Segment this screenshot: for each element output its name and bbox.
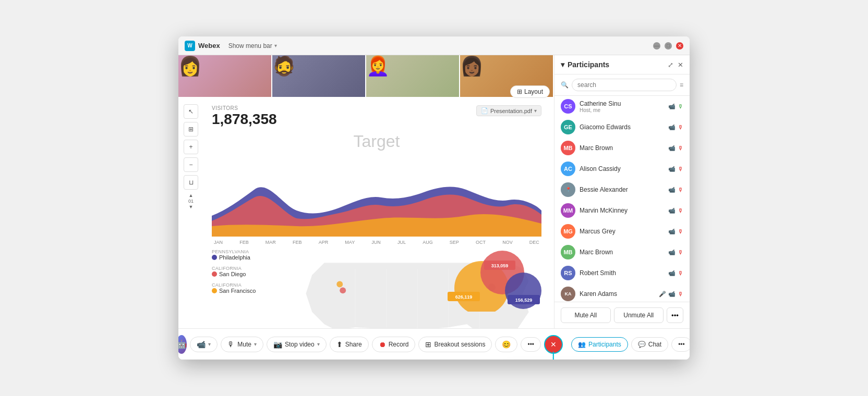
participant-name: Bessie Alexander [580,186,664,193]
mute-button[interactable]: 🎙 Mute ▾ [221,337,263,352]
search-input[interactable] [572,79,677,91]
panel-footer: Mute All Unmute All ••• [554,302,690,328]
video-layout-button[interactable]: 📹 ▾ [190,337,218,352]
participants-tab-button[interactable]: 👥 Participants [571,337,628,352]
pdf-chevron-icon: ▾ [534,108,537,114]
chart-header: VISITORS 1,878,358 📄 Presentation.pdf ▾ [212,105,541,128]
stop-video-button[interactable]: 📷 Stop video ▾ [267,337,327,352]
mic-icon: 🎙 [678,103,683,109]
unmute-all-button[interactable]: Unmute All [614,307,664,323]
participant-controls: 📹 🎙 [668,145,683,152]
panel-header-icons: ⤢ ✕ [668,61,683,69]
video-thumb-3[interactable]: 👩‍🦰 [366,55,460,97]
participant-info: Robert Smith [580,269,664,277]
app-title: Webex [198,42,220,49]
layout-button[interactable]: ⊞ Layout [510,85,550,98]
participants-list: CS Catherine Sinu Host, me 📹 🎙 GE Giacom… [554,96,690,302]
participant-name: Marcus Grey [580,228,664,235]
show-menu-bar-button[interactable]: Show menu bar ▾ [228,42,277,49]
video-thumb-2[interactable]: 🧔 [272,55,366,97]
participant-info: Karen Adams [580,290,655,298]
legend-california-1: CALIFORNIA San Diego [212,266,285,277]
avatar: CS [561,99,575,114]
muted-icon: 🎙 [678,187,683,193]
participant-item: KA Karen Adams 🎤 📹 🎙 [554,283,690,302]
participant-controls: 📹 🎙 [668,249,683,256]
video-icon: 📹 [668,103,676,110]
avatar: MB [561,141,575,155]
maximize-button[interactable]: □ [665,42,672,49]
pointer-tool[interactable]: ↖ [184,104,198,119]
share-label: Share [345,341,362,348]
dot-san-francisco [212,288,217,293]
chat-label: Chat [648,341,661,348]
more-options-button[interactable]: ••• [667,307,683,323]
video-icon: 📹 [668,270,676,277]
leave-button-wrapper: ✕ Leave meeting [544,335,563,354]
participant-item: MM Marvin McKinney 📹 🎙 [554,200,690,221]
participant-name: Marc Brown [580,144,664,152]
participant-item: AC Alison Cassidy 📹 🎙 [554,158,690,179]
video-thumb-1[interactable]: 👩 [178,55,272,97]
pdf-badge[interactable]: 📄 Presentation.pdf ▾ [476,105,541,116]
participant-item: CS Catherine Sinu Host, me 📹 🎙 [554,96,690,117]
participant-controls: 📹 🎙 [668,228,683,235]
menu-chevron-icon: ▾ [274,43,277,48]
participant-name: Marvin McKinney [580,207,664,214]
grid-tool[interactable]: ⊞ [184,122,198,137]
ai-assistant-button[interactable]: 🤖 [178,335,187,354]
legend-pennsylvania: PENNSYLVANIA Philadelphia [212,249,285,261]
more-tabs-icon: ••• [678,341,685,348]
minimize-button[interactable]: — [653,42,660,49]
video-icon: 📹 [668,291,676,298]
participant-item: MG Marcus Grey 📹 🎙 [554,221,690,242]
close-button[interactable]: ✕ [676,42,683,49]
video-icon: 📹 [668,249,676,256]
chat-icon: 💬 [638,341,646,348]
share-button[interactable]: ⬆ Share [330,337,369,352]
emoji-button[interactable]: 😊 [495,337,517,352]
search-bar: 🔍 ≡ [554,75,690,96]
more-tabs-button[interactable]: ••• [671,337,690,352]
participant-name: Marc Brown [580,249,664,256]
stop-video-icon: 📷 [273,340,282,349]
participant-name: Alison Cassidy [580,165,664,172]
participant-info: Marc Brown [580,249,664,256]
mute-all-button[interactable]: Mute All [561,307,611,323]
participant-info: Alison Cassidy [580,165,664,172]
stop-video-label: Stop video [285,341,315,348]
zoom-out-tool[interactable]: − [184,157,198,172]
record-button[interactable]: ⏺ Record [372,337,416,352]
expand-tool[interactable]: ⊔ [184,175,198,190]
layout-grid-icon: ⊞ [517,88,522,95]
more-options-toolbar-button[interactable]: ••• [521,337,541,352]
slide-number: ▲ 01 ▼ [188,193,194,209]
participant-name: Giacomo Edwards [580,123,664,131]
video-thumbnails-strip: 👩 🧔 👩‍🦰 👩🏾 [178,55,554,97]
popout-icon[interactable]: ⤢ [668,61,673,69]
participants-panel: ▾ Participants ⤢ ✕ 🔍 ≡ CS Catherine Sinu… [554,55,690,328]
chat-tab-button[interactable]: 💬 Chat [631,337,668,352]
muted-icon: 🎙 [678,270,683,276]
muted-icon: 🎙 [678,249,683,255]
panel-title-text: Participants [568,60,609,69]
avatar: 📍 [561,182,575,197]
participant-info: Marcus Grey [580,228,664,235]
video-icon: 📹 [668,145,676,152]
close-panel-icon[interactable]: ✕ [678,61,683,69]
participant-controls: 📹 🎙 [668,124,683,131]
zoom-in-tool[interactable]: + [184,140,198,154]
meeting-toolbar: 🤖 📹 ▾ 🎙 Mute ▾ 📷 Stop video ▾ ⬆ Share ⏺ … [178,328,690,360]
avatar: GE [561,120,575,134]
breakout-sessions-button[interactable]: ⊞ Breakout sessions [418,337,492,352]
stop-video-chevron-icon: ▾ [317,341,320,347]
chart-months: JANFEBMARFEBAPRMAYJUNJULAUGSEPOCTNOVDEC [212,240,541,245]
video-icon: 📹 [668,207,676,214]
leave-meeting-button[interactable]: ✕ [544,335,563,354]
participant-item: MB Marc Brown 📹 🎙 [554,242,690,263]
collapse-icon[interactable]: ▾ [561,60,564,69]
svg-point-1 [340,287,346,293]
sort-icon[interactable]: ≡ [680,81,683,89]
participant-controls: 📹 🎙 [668,270,683,277]
participant-info: Bessie Alexander [580,186,664,193]
